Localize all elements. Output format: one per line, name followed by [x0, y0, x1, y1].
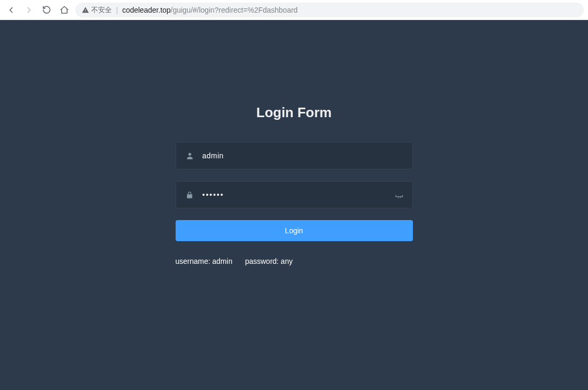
- username-input[interactable]: [195, 151, 404, 160]
- login-tips: username: admin password: any: [176, 257, 413, 265]
- home-button[interactable]: [60, 5, 69, 15]
- svg-point-0: [188, 153, 191, 156]
- svg-line-3: [400, 196, 400, 198]
- security-indicator: 不安全: [82, 5, 112, 15]
- tip-password: password: any: [245, 257, 293, 265]
- page-body: Login Form Login username: admin passwor…: [0, 20, 588, 390]
- nav-buttons: [4, 5, 69, 15]
- address-separator: |: [116, 6, 118, 14]
- login-title: Login Form: [176, 104, 413, 121]
- security-label-text: 不安全: [91, 5, 112, 15]
- login-form: Login Form Login username: admin passwor…: [176, 104, 413, 390]
- reload-button[interactable]: [42, 5, 51, 14]
- address-bar[interactable]: 不安全 | codeleader.top/guigu/#/login?redir…: [75, 3, 584, 17]
- user-icon: [185, 151, 195, 160]
- url-path: /guigu/#/login?redirect=%2Fdashboard: [171, 6, 298, 14]
- eye-closed-icon[interactable]: [394, 190, 404, 199]
- forward-button[interactable]: [24, 5, 34, 15]
- login-button[interactable]: Login: [176, 220, 413, 241]
- svg-line-2: [398, 196, 398, 198]
- warning-icon: [82, 6, 89, 14]
- browser-toolbar: 不安全 | codeleader.top/guigu/#/login?redir…: [0, 0, 588, 20]
- password-input[interactable]: [195, 191, 394, 199]
- tip-username: username: admin: [176, 257, 233, 265]
- password-field-wrapper: [176, 181, 413, 208]
- lock-icon: [185, 191, 195, 199]
- url-host: codeleader.top: [122, 6, 171, 14]
- back-button[interactable]: [6, 5, 16, 15]
- url-text: codeleader.top/guigu/#/login?redirect=%2…: [122, 6, 298, 14]
- username-field-wrapper: [176, 142, 413, 169]
